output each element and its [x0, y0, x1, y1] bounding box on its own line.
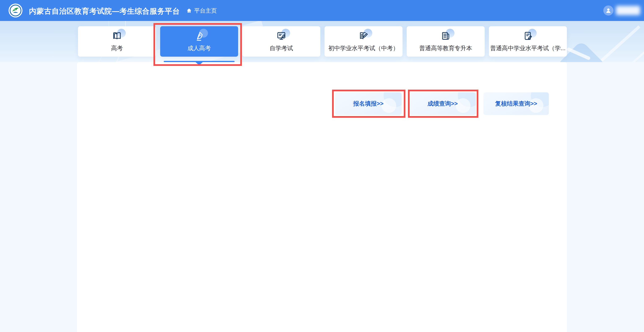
user-avatar-icon[interactable]	[603, 6, 614, 16]
pen-nib-icon	[194, 31, 204, 42]
score-query-button[interactable]: 成绩查询>>	[409, 92, 476, 115]
tab-chengren-gaokao-selected[interactable]: 成人高考	[160, 26, 238, 57]
tab-label: 普通高等教育专升本	[419, 44, 472, 52]
book-edit-icon	[358, 31, 368, 42]
app-header: 内蒙古自治区教育考试院—考生综合服务平台 平台主页	[0, 0, 644, 21]
newspaper-icon	[441, 31, 451, 42]
tab-label: 普通高中学业水平考试（学...	[490, 44, 566, 52]
home-icon	[186, 8, 192, 14]
review-result-query-button[interactable]: 复核结果查询>>	[484, 92, 549, 115]
tab-label: 高考	[111, 44, 123, 52]
monitor-edit-icon	[276, 31, 286, 42]
document-edit-icon	[523, 31, 533, 42]
tab-chuzhong-xueye[interactable]: 初中学业水平考试（中考）	[324, 26, 402, 57]
tab-label: 成人高考	[188, 44, 211, 52]
tab-label: 自学考试	[270, 44, 293, 52]
page-title: 内蒙古自治区教育考试院—考生综合服务平台	[29, 6, 180, 16]
tab-gaozhong-xueye[interactable]: 普通高中学业水平考试（学...	[489, 26, 567, 57]
site-logo-icon	[8, 3, 23, 18]
score-query-label: 成绩查询>>	[428, 100, 458, 108]
signup-fill-button[interactable]: 报名填报>>	[335, 92, 402, 115]
selected-tab-arrow	[196, 62, 203, 65]
signup-fill-label: 报名填报>>	[353, 100, 384, 108]
open-book-icon	[112, 31, 122, 42]
tab-label: 初中学业水平考试（中考）	[328, 44, 399, 52]
tab-zhuanshengben[interactable]: 普通高等教育专升本	[407, 26, 485, 57]
home-link-label: 平台主页	[194, 7, 217, 15]
home-link[interactable]: 平台主页	[186, 7, 217, 15]
tab-zixue-kaoshi[interactable]: 自学考试	[242, 26, 320, 57]
tab-gaokao[interactable]: 高考	[78, 26, 156, 57]
review-result-query-label: 复核结果查询>>	[495, 100, 537, 108]
user-name-redacted[interactable]	[616, 6, 640, 15]
